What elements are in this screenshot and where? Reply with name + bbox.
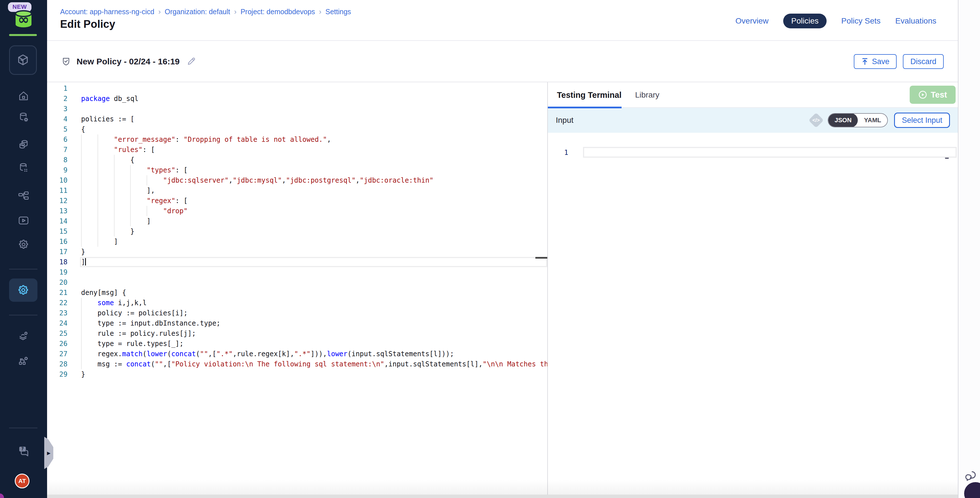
sidebar-item-home[interactable]: [0, 90, 47, 102]
input-bar: Input </> JSONYAML Select Input: [548, 108, 958, 133]
page-title: Edit Policy: [60, 18, 115, 30]
active-tab-underline: [548, 107, 622, 108]
sidebar-item-configuration[interactable]: [0, 238, 47, 251]
testing-panel: Testing TerminalLibrary Test Input </> J…: [548, 83, 958, 498]
shield-check-icon: [61, 57, 71, 66]
sidebar-item-databases[interactable]: [0, 138, 47, 151]
select-input-button[interactable]: Select Input: [894, 113, 950, 128]
tab-policy-sets[interactable]: Policy Sets: [842, 16, 881, 25]
editor-line[interactable]: 27 regex.match(lower(concat("",[".*",rul…: [47, 349, 547, 359]
sidebar-item-pipelines[interactable]: [0, 190, 47, 202]
discard-button[interactable]: Discard: [903, 54, 944, 69]
editor-line[interactable]: 6 "error_message": "Dropping of table is…: [47, 134, 547, 145]
panel-tab-library[interactable]: Library: [635, 91, 660, 100]
editor-line[interactable]: 21deny[msg] {: [47, 288, 547, 298]
editor-line[interactable]: 15 }: [47, 226, 547, 237]
pipeline-flow-icon: [17, 190, 30, 202]
chat-bubbles-icon[interactable]: [964, 469, 978, 483]
editor-line[interactable]: 29}: [47, 369, 547, 379]
sidebar-item-executions[interactable]: [0, 215, 47, 227]
app-root: NEW ∞: [0, 0, 980, 498]
upload-icon: [861, 58, 869, 65]
editor-line[interactable]: 24 type := input.dbInstance.type;: [47, 318, 547, 328]
sidebar-item-help[interactable]: ?: [0, 444, 47, 458]
right-gutter: [958, 0, 980, 498]
format-yaml[interactable]: YAML: [858, 113, 887, 127]
database-gear-icon: [17, 111, 30, 124]
breadcrumb: Account: app-harness-ng-cicd›Organizatio…: [60, 7, 351, 16]
editor-line[interactable]: 26 type = rule.types[_];: [47, 339, 547, 349]
sidebar-divider: [9, 428, 37, 428]
bottom-scrollbar[interactable]: [47, 495, 958, 498]
edit-pencil-icon[interactable]: [186, 57, 196, 66]
editor-line[interactable]: 22 some i,j,k,l: [47, 298, 547, 308]
editor-line[interactable]: 20: [47, 277, 547, 288]
editor-line[interactable]: 28 msg := concat("",["Policy violation:\…: [47, 359, 547, 369]
editor-line[interactable]: 12 "regex": [: [47, 196, 547, 206]
database-dots-icon: [17, 162, 30, 174]
video-play-icon: [17, 215, 30, 227]
tab-policies[interactable]: Policies: [783, 14, 826, 29]
editor-line[interactable]: 13 "drop": [47, 206, 547, 216]
editor-line[interactable]: 8 {: [47, 155, 547, 165]
editor-line[interactable]: 9 "types": [: [47, 165, 547, 175]
panel-tab-testing-terminal[interactable]: Testing Terminal: [557, 91, 622, 100]
play-circle-icon: [918, 90, 927, 99]
test-button[interactable]: Test: [910, 86, 956, 104]
editor-line[interactable]: 18]: [47, 257, 547, 267]
save-button[interactable]: Save: [854, 54, 897, 69]
avatar[interactable]: AT: [15, 474, 30, 488]
editor-line[interactable]: 11 ],: [47, 186, 547, 196]
sidebar: NEW ∞: [0, 0, 47, 498]
code-editor[interactable]: 12package db_sql34policies := [5{6 "erro…: [47, 82, 547, 495]
input-label: Input: [556, 116, 573, 125]
input-editor-line[interactable]: 1: [548, 148, 958, 158]
settings-gear-active-icon: [17, 283, 30, 297]
sidebar-divider: [9, 315, 37, 315]
editor-line[interactable]: 4policies := [: [47, 114, 547, 124]
harness-database-devops-logo: ∞: [14, 10, 33, 29]
sidebar-item-default-settings[interactable]: [0, 329, 47, 342]
sidebar-module-selector[interactable]: [9, 45, 37, 75]
tab-evaluations[interactable]: Evaluations: [895, 16, 936, 25]
editor-line[interactable]: 19: [47, 267, 547, 277]
discard-label: Discard: [910, 57, 936, 66]
editor-line[interactable]: 1: [47, 83, 547, 94]
format-toggle: JSONYAML: [828, 113, 888, 127]
chevron-right-icon: ▶: [47, 450, 51, 456]
sidebar-item-database-instances[interactable]: [0, 162, 47, 174]
logo-underline: [9, 34, 37, 36]
panel-tabs: Testing TerminalLibrary Test: [548, 83, 958, 108]
editor-line[interactable]: 2package db_sql: [47, 94, 547, 104]
org-gear-icon: [17, 355, 30, 367]
sidebar-item-database-settings[interactable]: [0, 111, 47, 124]
input-current-line: [583, 147, 957, 158]
home-icon: [17, 90, 30, 102]
editor-line[interactable]: 7 "rules": [: [47, 145, 547, 155]
editor-line[interactable]: 16 ]: [47, 237, 547, 247]
help-chat-icon: ?: [17, 444, 30, 458]
editor-line[interactable]: 25 rule := policy.rules[j];: [47, 328, 547, 339]
sidebar-item-settings-active[interactable]: [9, 278, 37, 302]
header-tabs: OverviewPoliciesPolicy SetsEvaluations: [735, 14, 936, 29]
editor-line[interactable]: 5{: [47, 124, 547, 134]
input-editor[interactable]: 1: [548, 148, 958, 158]
breadcrumb-link[interactable]: Account: app-harness-ng-cicd: [60, 8, 154, 16]
editor-line[interactable]: 23 policy := policies[i];: [47, 308, 547, 318]
editor-line[interactable]: 14 ]: [47, 216, 547, 226]
format-json[interactable]: JSON: [828, 113, 858, 127]
svg-text:?: ?: [21, 446, 24, 452]
cube-icon: [16, 53, 30, 67]
code-format-icon[interactable]: </>: [808, 113, 824, 128]
breadcrumb-link[interactable]: Project: demodbdevops: [240, 8, 315, 16]
editor-line[interactable]: 3: [47, 104, 547, 114]
test-label: Test: [931, 90, 947, 100]
database-stack-icon: [17, 138, 30, 151]
editor-line[interactable]: 17}: [47, 247, 547, 257]
editor-line[interactable]: 10 "jdbc:sqlserver","jdbc:mysql","jdbc:p…: [47, 175, 547, 186]
tab-overview[interactable]: Overview: [735, 16, 769, 25]
sidebar-item-org-settings[interactable]: [0, 355, 47, 367]
save-label: Save: [872, 57, 889, 66]
breadcrumb-link[interactable]: Organization: default: [165, 8, 230, 16]
breadcrumb-link[interactable]: Settings: [326, 8, 351, 16]
